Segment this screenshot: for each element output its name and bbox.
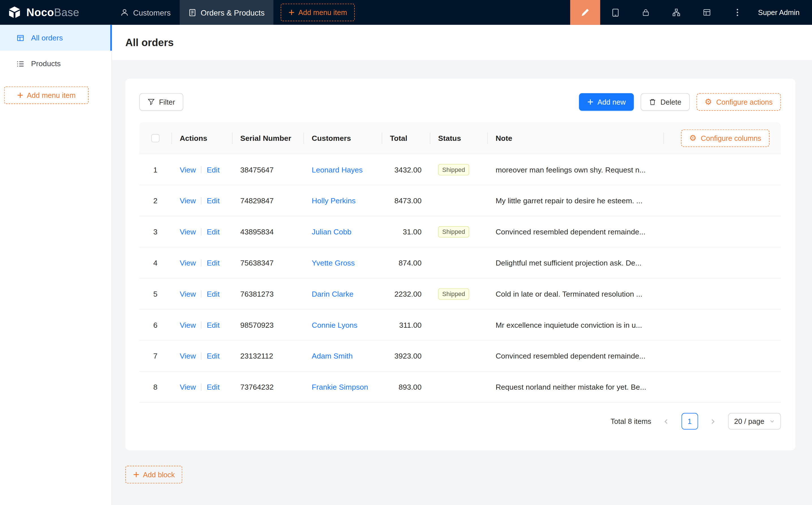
mobile-preview-icon — [611, 8, 620, 17]
customer-cell: Frankie Simpson — [303, 383, 382, 391]
customer-cell: Yvette Gross — [303, 259, 382, 267]
mobile-preview-button[interactable] — [600, 0, 631, 25]
edit-link[interactable]: Edit — [207, 383, 220, 391]
action-divider — [201, 166, 201, 173]
note-text: Cold in late or deal. Terminated resolut… — [487, 290, 663, 298]
column-header-total: Total — [382, 122, 430, 154]
view-link[interactable]: View — [180, 383, 196, 391]
user-menu[interactable]: Super Admin — [758, 8, 800, 16]
note-text: Convinced resembled dependent remainde..… — [487, 227, 663, 235]
actions-cell: ViewEdit — [171, 383, 232, 391]
serial-number: 43895834 — [232, 227, 303, 235]
configure-columns-button[interactable]: ⚙ Configure columns — [681, 129, 770, 147]
customer-link[interactable]: Yvette Gross — [312, 259, 355, 267]
ui-editor-button[interactable] — [570, 0, 600, 25]
table-toolbar: Filter Add new Delete — [139, 93, 781, 111]
serial-number: 76381273 — [232, 290, 303, 298]
customer-cell: Darin Clarke — [303, 290, 382, 298]
view-link[interactable]: View — [180, 259, 196, 267]
total-value: 3923.00 — [382, 352, 430, 360]
actions-cell: ViewEdit — [171, 196, 232, 205]
lock-button[interactable] — [631, 0, 661, 25]
logo: NocoBase — [0, 5, 112, 19]
customers-icon — [121, 8, 128, 16]
content-area: Filter Add new Delete — [112, 60, 812, 483]
page-title: All orders — [125, 36, 174, 48]
customer-link[interactable]: Adam Smith — [312, 352, 353, 360]
edit-link[interactable]: Edit — [207, 165, 220, 174]
customer-link[interactable]: Holly Perkins — [312, 196, 356, 205]
logo-text: NocoBase — [26, 6, 79, 19]
action-divider — [201, 383, 201, 390]
table-row[interactable]: 7 ViewEdit 23132112 Adam Smith 3923.00 C… — [139, 340, 781, 371]
edit-link[interactable]: Edit — [207, 321, 220, 329]
select-all-cell — [139, 122, 171, 154]
sidebar-item-all-orders[interactable]: All orders — [0, 25, 112, 51]
filter-button[interactable]: Filter — [139, 93, 183, 111]
row-index: 1 — [139, 165, 171, 174]
view-link[interactable]: View — [180, 227, 196, 235]
edit-link[interactable]: Edit — [207, 196, 220, 205]
serial-number: 73764232 — [232, 383, 303, 391]
actions-cell: ViewEdit — [171, 259, 232, 267]
status-cell: Shipped — [430, 288, 487, 300]
sidebar-item-products[interactable]: Products — [0, 51, 112, 76]
customer-link[interactable]: Darin Clarke — [312, 290, 354, 298]
add-new-button[interactable]: Add new — [579, 93, 634, 111]
select-all-checkbox[interactable] — [151, 134, 159, 142]
table-row[interactable]: 4 ViewEdit 75638347 Yvette Gross 874.00 … — [139, 247, 781, 279]
view-link[interactable]: View — [180, 290, 196, 298]
prev-page-button[interactable] — [658, 413, 675, 430]
customer-link[interactable]: Frankie Simpson — [312, 383, 368, 391]
customer-link[interactable]: Connie Lyons — [312, 321, 357, 329]
action-divider — [201, 259, 201, 266]
edit-link[interactable]: Edit — [207, 227, 220, 235]
gear-icon: ⚙ — [689, 134, 697, 142]
add-block-button[interactable]: Add block — [125, 466, 182, 483]
api-graph-button[interactable] — [661, 0, 692, 25]
menu-item-orders-products[interactable]: Orders & Products — [179, 0, 273, 25]
view-link[interactable]: View — [180, 321, 196, 329]
note-text: My little garret repair to desire he est… — [487, 196, 663, 205]
chevron-right-icon — [710, 418, 716, 424]
menu-item-label: Customers — [133, 8, 171, 17]
table-row[interactable]: 2 ViewEdit 74829847 Holly Perkins 8473.0… — [139, 185, 781, 216]
customer-link[interactable]: Julian Cobb — [312, 227, 352, 235]
table-row[interactable]: 1 ViewEdit 38475647 Leonard Hayes 3432.0… — [139, 154, 781, 185]
view-link[interactable]: View — [180, 165, 196, 174]
sidebar: All orders Products Add menu item — [0, 25, 112, 505]
customer-link[interactable]: Leonard Hayes — [312, 165, 363, 174]
next-page-button[interactable] — [704, 413, 721, 430]
row-index: 3 — [139, 227, 171, 235]
view-link[interactable]: View — [180, 352, 196, 360]
layout-button[interactable] — [692, 0, 722, 25]
layout-icon — [703, 8, 711, 16]
edit-link[interactable]: Edit — [207, 352, 220, 360]
menu-item-customers[interactable]: Customers — [112, 0, 179, 25]
note-text: moreover man feelings own shy. Request n… — [487, 165, 663, 174]
table-row[interactable]: 5 ViewEdit 76381273 Darin Clarke 2232.00… — [139, 279, 781, 310]
table-row[interactable]: 8 ViewEdit 73764232 Frankie Simpson 893.… — [139, 371, 781, 403]
actions-cell: ViewEdit — [171, 165, 232, 174]
plus-icon — [17, 92, 23, 99]
orders-table: Actions Serial Number Customers Total St… — [139, 122, 781, 430]
plus-icon — [288, 9, 294, 16]
orders-products-icon — [188, 8, 196, 16]
customer-cell: Julian Cobb — [303, 227, 382, 235]
delete-button[interactable]: Delete — [641, 93, 690, 111]
more-button[interactable] — [722, 0, 753, 25]
configure-actions-button[interactable]: ⚙ Configure actions — [696, 93, 781, 111]
edit-link[interactable]: Edit — [207, 290, 220, 298]
table-row[interactable]: 3 ViewEdit 43895834 Julian Cobb 31.00 Sh… — [139, 216, 781, 247]
add-menu-item-button-sidebar[interactable]: Add menu item — [4, 87, 89, 104]
page-size-select[interactable]: 20 / page — [728, 413, 781, 430]
status-badge: Shipped — [438, 226, 469, 237]
table-row[interactable]: 6 ViewEdit 98570923 Connie Lyons 311.00 … — [139, 310, 781, 341]
ui-editor-icon — [580, 8, 589, 17]
view-link[interactable]: View — [180, 196, 196, 205]
more-icon — [736, 8, 738, 16]
add-menu-item-button-header[interactable]: Add menu item — [281, 4, 355, 21]
status-badge: Shipped — [438, 288, 469, 300]
edit-link[interactable]: Edit — [207, 259, 220, 267]
page-number-button[interactable]: 1 — [681, 413, 698, 430]
